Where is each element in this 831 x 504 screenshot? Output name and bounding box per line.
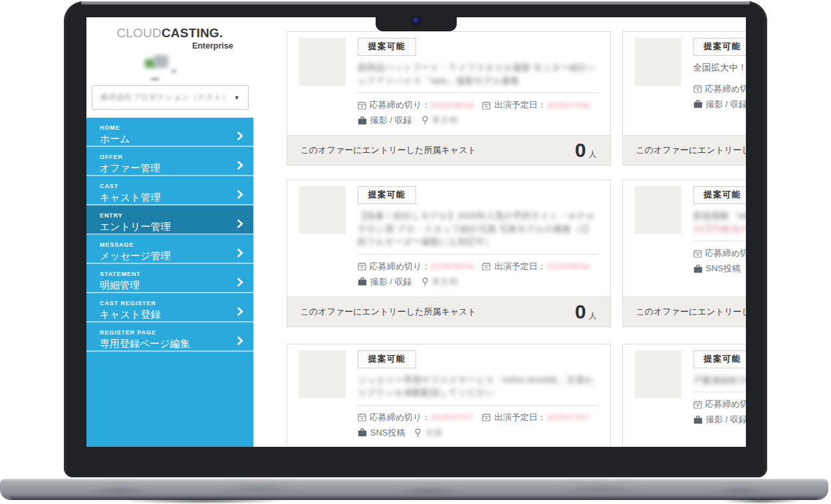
cloudcasting-logo: CLOUDCASTING. xyxy=(86,26,253,41)
briefcase-icon xyxy=(358,277,367,286)
menu-item-en-label: ENTRY xyxy=(100,212,244,219)
sidebar: CLOUDCASTING. Enterprise 株式会社プロダクション（テスト… xyxy=(86,17,253,447)
chevron-right-icon xyxy=(237,131,243,143)
deadline-label: 応募締め切り： xyxy=(370,412,431,424)
offer-card-footer: このオファーにエントリーした所属キャスト 0 人 xyxy=(287,135,610,165)
sidebar-item-statement[interactable]: STATEMENT 明細管理 xyxy=(86,264,253,293)
offer-card-content: 提案可能 ジュエリー専用サブスクサービス「KIRA.SHARE」月替わりプランを… xyxy=(358,350,598,439)
title-divider xyxy=(693,392,747,392)
sidebar-item-cast-register[interactable]: CAST REGISTER キャスト登録 xyxy=(86,293,253,322)
menu-item-ja-label: キャスト管理 xyxy=(100,191,244,204)
offer-card-content: 提案可能 戸建感福祉ロボット・ホーム事務局 応募締め切り： 2025/05/26… xyxy=(693,350,747,439)
entered-cast-label: このオファーにエントリーした所属キャスト xyxy=(300,306,477,318)
menu-item-en-label: OFFER xyxy=(100,154,244,160)
offer-card[interactable]: 提案可能 全国拡大中！いびき治療クリニックのイ 応募締め切り： 2025/07/… xyxy=(622,31,747,166)
logo-bold-text: CASTING. xyxy=(162,26,223,40)
title-divider xyxy=(358,405,598,406)
offer-dates-row: 応募締め切り： 2025/07/07 出演予定日： 2025/07/07 xyxy=(358,412,598,424)
performance-date-label: 出演予定日： xyxy=(494,412,546,424)
calendar-icon xyxy=(693,84,702,93)
menu-item-ja-label: キャスト登録 xyxy=(100,309,244,321)
offer-thumbnail xyxy=(635,38,681,86)
offer-card[interactable]: 提案可能 新規掲載「Wision」を利用 Limlayerを使った 20万円相当… xyxy=(622,180,747,327)
logo-blob-dash xyxy=(151,78,159,80)
offer-card[interactable]: 提案可能 新商品ペットフード・ライフスタイル撮影 モニター紹介シェアアドバイス「… xyxy=(287,31,611,166)
menu-item-ja-label: 明細管理 xyxy=(100,279,244,292)
laptop-lid-top-edge xyxy=(81,1,750,5)
briefcase-icon xyxy=(358,116,367,125)
title-divider xyxy=(358,254,598,255)
offer-card[interactable]: 提案可能 【急募！顔出しモデル】2025年人気の予約サイト・ホテルサロン用 プロ… xyxy=(287,180,611,327)
offer-card-body: 提案可能 新商品ペットフード・ライフスタイル撮影 モニター紹介シェアアドバイス「… xyxy=(287,32,610,135)
offer-card-footer: このオファーにエントリーした所属キャスト 0 人 xyxy=(287,297,610,326)
sidebar-item-cast[interactable]: CAST キャスト管理 xyxy=(86,176,253,205)
calendar-icon xyxy=(482,262,491,271)
offer-card-body: 提案可能 新規掲載「Wision」を利用 Limlayerを使った 20万円相当… xyxy=(623,180,747,297)
laptop-mockup: CLOUDCASTING. Enterprise 株式会社プロダクション（テスト… xyxy=(0,0,831,504)
menu-item-en-label: HOME xyxy=(100,124,244,131)
offer-cards-row: 提案可能 ジュエリー専用サブスクサービス「KIRA.SHARE」月替わりプランを… xyxy=(287,344,746,447)
performance-date-label: 出演予定日： xyxy=(494,261,546,273)
offer-type-row: SNS投稿 全国 xyxy=(693,263,747,275)
calendar-icon xyxy=(693,400,702,409)
calendar-icon xyxy=(693,249,702,258)
chevron-right-icon xyxy=(237,277,243,289)
chevron-right-icon xyxy=(237,307,243,318)
offer-card[interactable]: 提案可能 ジュエリー専用サブスクサービス「KIRA.SHARE」月替わりプランを… xyxy=(287,344,611,447)
logo-light-text: CLOUD xyxy=(116,26,162,40)
chevron-right-icon xyxy=(237,336,243,348)
sidebar-item-entry[interactable]: ENTRY エントリー管理 xyxy=(86,205,253,235)
performance-date: 2025/07/07 xyxy=(546,412,589,422)
media-type-label: SNS投稿 xyxy=(706,263,741,275)
dropdown-caret-icon: ▼ xyxy=(234,94,240,101)
offer-thumbnail xyxy=(299,186,346,234)
offer-card-content: 提案可能 新商品ペットフード・ライフスタイル撮影 モニター紹介シェアアドバイス「… xyxy=(358,38,598,126)
calendar-icon xyxy=(482,413,491,422)
menu-item-en-label: MESSAGE xyxy=(100,241,244,248)
laptop-lid-bezel: CLOUDCASTING. Enterprise 株式会社プロダクション（テスト… xyxy=(64,1,767,477)
organization-select-value: 株式会社プロダクション（テスト） xyxy=(100,92,230,103)
menu-item-en-label: CAST xyxy=(100,183,244,189)
offer-card-body: 提案可能 戸建感福祉ロボット・ホーム事務局 応募締め切り： 2025/05/26… xyxy=(623,344,747,447)
sidebar-item-register-page[interactable]: REGISTER PAGE 専用登録ページ編集 xyxy=(86,322,253,352)
media-type-label: 撮影 / 収録 xyxy=(370,114,412,126)
calendar-icon xyxy=(358,413,366,422)
sidebar-item-home[interactable]: HOME ホーム xyxy=(86,118,253,147)
briefcase-icon xyxy=(693,416,703,424)
deadline-date: 2025/06/04 xyxy=(430,100,473,110)
logo-blob-gray xyxy=(154,55,168,68)
proposal-status-badge: 提案可能 xyxy=(693,38,747,56)
briefcase-icon xyxy=(693,100,703,108)
offer-thumbnail xyxy=(635,350,681,398)
menu-item-en-label: STATEMENT xyxy=(100,271,244,277)
location-label: 全国 xyxy=(425,427,442,439)
cast-count-unit: 人 xyxy=(589,149,597,160)
camera-notch xyxy=(376,17,457,31)
proposal-status-badge: 提案可能 xyxy=(693,186,747,204)
deadline-label: 応募締め切り： xyxy=(705,247,747,259)
offer-card[interactable]: 提案可能 戸建感福祉ロボット・ホーム事務局 応募締め切り： 2025/05/26… xyxy=(622,344,747,447)
offer-card-content: 提案可能 【急募！顔出しモデル】2025年人気の予約サイト・ホテルサロン用 プロ… xyxy=(358,186,598,288)
offer-thumbnail xyxy=(635,186,681,234)
location-pin-icon xyxy=(421,116,429,125)
chevron-right-icon xyxy=(237,189,243,201)
offer-type-row: 撮影 / 収録 東京都 xyxy=(358,276,598,288)
menu-item-ja-label: メッセージ管理 xyxy=(100,250,244,263)
organization-select[interactable]: 株式会社プロダクション（テスト） ▼ xyxy=(92,85,249,110)
deadline-label: 応募締め切り： xyxy=(705,83,747,95)
sidebar-item-offer[interactable]: OFFER オファー管理 xyxy=(86,147,253,176)
offer-title: 全国拡大中！いびき治療クリニックのイ xyxy=(693,61,747,74)
location-pin-icon xyxy=(414,428,421,438)
menu-item-ja-label: ホーム xyxy=(100,133,244,146)
offer-type-row: 撮影 / 収録 神奈川 xyxy=(693,414,747,426)
entered-cast-label: このオファーにエントリーした所属キャスト xyxy=(300,144,477,156)
offer-title: ジュエリー専用サブスクサービス「KIRA.SHARE」月替わりプランを体験配信し… xyxy=(358,374,598,400)
offer-title: 【急募！顔出しモデル】2025年人気の予約サイト・ホテルサロン用 プロ・スタッフ… xyxy=(358,209,598,249)
offer-type-row: 撮影 / 収録 東京都 xyxy=(358,114,598,126)
calendar-icon xyxy=(358,101,366,110)
title-divider xyxy=(358,92,598,93)
menu-item-ja-label: エントリー管理 xyxy=(100,221,244,233)
laptop-shadow-left xyxy=(120,498,286,504)
logo-blob-dot xyxy=(172,69,176,73)
sidebar-item-message[interactable]: MESSAGE メッセージ管理 xyxy=(86,235,253,264)
